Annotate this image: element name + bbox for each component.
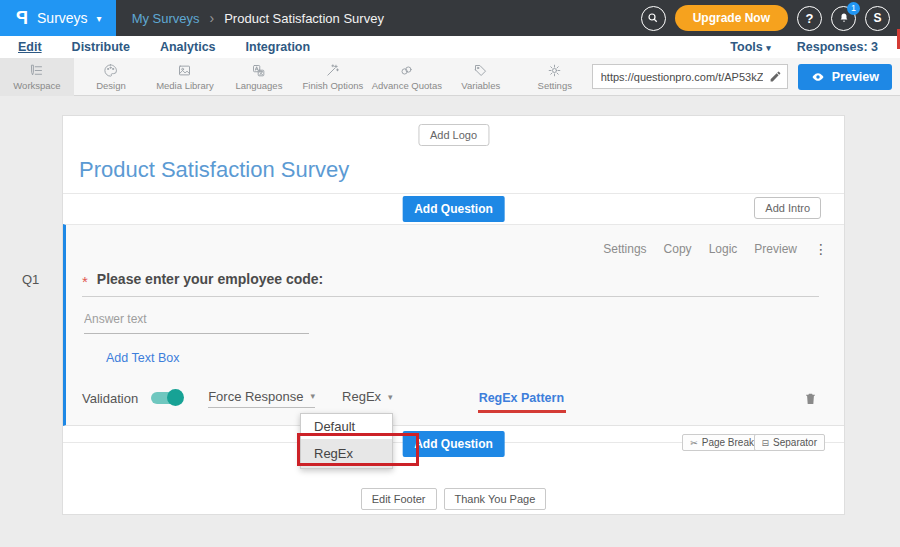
- toolbar-tab-languages[interactable]: Languages: [222, 58, 296, 96]
- validation-toggle[interactable]: [151, 392, 182, 404]
- question-text-underline: [82, 296, 819, 297]
- notification-badge: 1: [847, 2, 860, 15]
- separator-icon: ⊟: [762, 438, 770, 448]
- question-copy-link[interactable]: Copy: [664, 242, 692, 256]
- survey-url-input[interactable]: [592, 64, 788, 89]
- edit-url-icon[interactable]: [769, 70, 782, 83]
- question-mark-icon: ?: [806, 11, 814, 26]
- menu-item-regex[interactable]: RegEx: [301, 439, 392, 468]
- questionpro-logo: P: [16, 8, 28, 29]
- chevron-down-icon: ▾: [766, 43, 771, 53]
- survey-title[interactable]: Product Satisfaction Survey: [79, 157, 349, 183]
- tab-distribute[interactable]: Distribute: [72, 40, 130, 54]
- survey-card: Add Logo Product Satisfaction Survey Add…: [62, 115, 845, 515]
- preview-button[interactable]: Preview: [798, 64, 892, 90]
- add-question-button-bottom[interactable]: Add Question: [402, 431, 505, 457]
- question-settings-link[interactable]: Settings: [603, 242, 646, 256]
- product-name: Surveys: [37, 10, 88, 26]
- toggle-knob: [167, 389, 184, 406]
- add-intro-button[interactable]: Add Intro: [754, 197, 821, 219]
- top-navigation-bar: P Surveys ▾ My Surveys › Product Satisfa…: [0, 0, 900, 36]
- notifications-button[interactable]: 1: [831, 6, 856, 31]
- magic-wand-icon: [325, 63, 340, 78]
- workspace-toolbar: Workspace Design Media Library Languages…: [0, 58, 900, 96]
- regex-pattern-link[interactable]: RegEx Pattern: [479, 391, 564, 405]
- responses-link[interactable]: Responses: 3: [797, 40, 878, 54]
- separator-button[interactable]: ⊟ Separator: [754, 434, 825, 451]
- validation-row: Validation Force Response ▾ RegEx ▾ RegE…: [82, 385, 828, 411]
- toolbar-tab-workspace[interactable]: Workspace: [0, 58, 74, 96]
- tab-edit[interactable]: Edit: [18, 40, 42, 54]
- tab-analytics[interactable]: Analytics: [160, 40, 216, 54]
- chevron-down-icon: ▾: [97, 13, 102, 24]
- force-response-dropdown[interactable]: Force Response ▾: [208, 389, 315, 408]
- breadcrumb-separator-icon: ›: [210, 10, 215, 26]
- chain-link-icon: [399, 63, 414, 78]
- more-options-icon[interactable]: ⋮: [814, 241, 828, 257]
- thank-you-page-button[interactable]: Thank You Page: [444, 488, 547, 510]
- toolbar-tab-design[interactable]: Design: [74, 58, 148, 96]
- validation-type-dropdown[interactable]: RegEx ▾: [342, 389, 393, 407]
- translate-icon: [251, 63, 266, 78]
- question-logic-link[interactable]: Logic: [709, 242, 738, 256]
- breadcrumb-my-surveys[interactable]: My Surveys: [132, 11, 200, 26]
- add-question-button-top[interactable]: Add Question: [402, 196, 505, 222]
- survey-editor-canvas: Q1 Add Logo Product Satisfaction Survey …: [0, 96, 900, 547]
- palette-icon: [103, 63, 118, 78]
- topbar-actions: Upgrade Now ? 1 S: [641, 5, 900, 31]
- delete-question-icon[interactable]: [803, 390, 818, 406]
- add-logo-button[interactable]: Add Logo: [418, 124, 489, 146]
- image-icon: [177, 63, 192, 78]
- required-asterisk: *: [82, 277, 88, 287]
- bell-icon: [838, 12, 850, 24]
- gear-icon: [547, 63, 562, 78]
- workspace-icon: [29, 63, 44, 78]
- divider: [63, 193, 844, 194]
- eye-icon: [811, 70, 825, 84]
- question-preview-link[interactable]: Preview: [754, 242, 797, 256]
- toolbar-tab-variables[interactable]: Variables: [444, 58, 518, 96]
- page-break-icon: ✂: [690, 438, 698, 448]
- menu-item-default[interactable]: Default: [301, 414, 392, 439]
- question-text[interactable]: Please enter your employee code:: [97, 271, 323, 287]
- tools-menu[interactable]: Tools ▾: [730, 40, 770, 54]
- annotation-red-underline: [478, 410, 567, 413]
- question-number: Q1: [22, 272, 39, 287]
- answer-text-input[interactable]: [84, 308, 309, 334]
- help-button[interactable]: ?: [797, 6, 822, 31]
- breadcrumb-current-survey: Product Satisfaction Survey: [224, 11, 384, 26]
- edit-footer-button[interactable]: Edit Footer: [361, 488, 437, 510]
- toolbar-tab-advance-quotas[interactable]: Advance Quotas: [370, 58, 444, 96]
- chevron-down-icon: ▾: [388, 392, 393, 402]
- survey-section-nav: Edit Distribute Analytics Integration To…: [0, 36, 900, 58]
- toolbar-tab-media-library[interactable]: Media Library: [148, 58, 222, 96]
- tag-icon: [473, 63, 488, 78]
- toolbar-tab-settings[interactable]: Settings: [518, 58, 592, 96]
- page-break-button[interactable]: ✂ Page Break: [682, 434, 762, 451]
- chevron-down-icon: ▾: [311, 391, 316, 401]
- toolbar-tab-finish-options[interactable]: Finish Options: [296, 58, 370, 96]
- search-button[interactable]: [641, 6, 666, 31]
- validation-label: Validation: [82, 391, 138, 406]
- user-avatar[interactable]: S: [865, 6, 890, 31]
- upgrade-now-button[interactable]: Upgrade Now: [675, 5, 788, 31]
- survey-url-field: [592, 64, 788, 89]
- surveys-product-menu[interactable]: P Surveys ▾: [0, 0, 116, 36]
- search-icon: [647, 12, 659, 24]
- tab-integration[interactable]: Integration: [246, 40, 311, 54]
- breadcrumb: My Surveys › Product Satisfaction Survey: [132, 10, 384, 26]
- question-block: Settings Copy Logic Preview ⋮ * Please e…: [63, 224, 844, 426]
- add-text-box-link[interactable]: Add Text Box: [106, 351, 179, 365]
- validation-type-menu: Default RegEx: [300, 413, 393, 469]
